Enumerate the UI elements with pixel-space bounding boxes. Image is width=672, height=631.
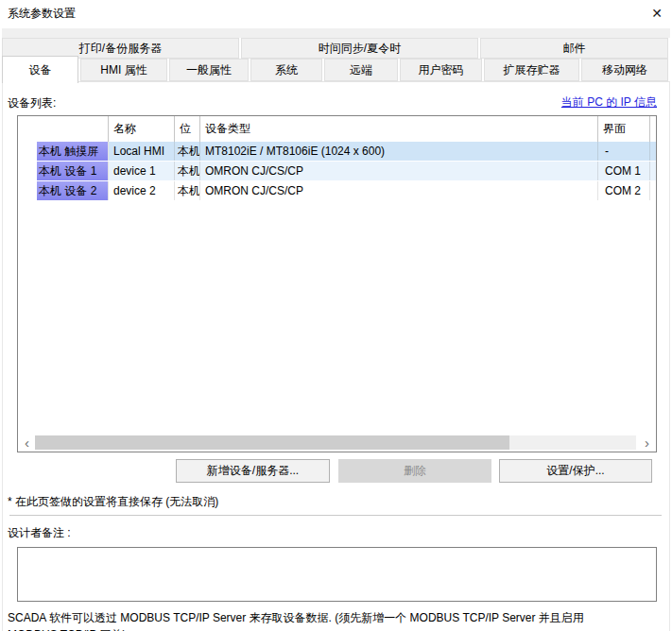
tab-user-password[interactable]: 用户密码	[400, 59, 482, 81]
window-title: 系统参数设置	[8, 7, 76, 21]
column-header-name: 名称	[109, 116, 175, 142]
device-list-label: 设备列表:	[8, 95, 56, 111]
cell-location: 本机	[175, 142, 200, 161]
row-label: 本机 设备 1	[37, 162, 109, 180]
tab-remote[interactable]: 远端	[324, 59, 398, 81]
tab-extended-memory[interactable]: 扩展存贮器	[484, 59, 579, 81]
add-device-server-button[interactable]: 新增设备/服务器...	[176, 459, 330, 483]
tab-hmi-attributes[interactable]: HMI 属性	[80, 59, 167, 81]
scrollbar-thumb[interactable]	[35, 435, 509, 450]
delete-button[interactable]: 删除	[338, 459, 491, 483]
cell-name: device 2	[109, 181, 175, 200]
tabstrip-background	[2, 28, 670, 38]
scrollbar-track[interactable]	[509, 435, 636, 450]
cell-name: Local HMI	[109, 142, 175, 161]
tab-row-1: 打印/备份服务器 时间同步/夏令时 邮件	[2, 38, 670, 59]
cell-location: 本机	[175, 162, 200, 180]
close-icon[interactable]: ✕	[645, 1, 669, 26]
column-header-rowlabel	[18, 116, 109, 142]
tab-email[interactable]: 邮件	[480, 38, 668, 59]
row-header-cell: 本机 设备 1	[18, 162, 109, 180]
scroll-right-icon[interactable]: ›	[639, 435, 655, 451]
cell-interface: COM 1	[598, 162, 650, 180]
row-header-cell: 本机 触摸屏	[18, 142, 109, 161]
table-row-device-1[interactable]: 本机 设备 1 device 1 本机 OMRON CJ/CS/CP COM 1	[18, 162, 656, 180]
current-pc-ip-link[interactable]: 当前 PC 的 IP 信息	[561, 94, 657, 111]
column-header-device-type: 设备类型	[200, 116, 598, 142]
cell-location: 本机	[175, 181, 200, 200]
row-header-cell: 本机 设备 2	[18, 181, 109, 200]
tab-row-2: 设备 HMI 属性 一般属性 系统 远端 用户密码 扩展存贮器 移动网络	[2, 59, 670, 81]
cell-interface: -	[598, 142, 650, 161]
table-row-local-hmi[interactable]: 本机 触摸屏 Local HMI 本机 MT8102iE / MT8106iE …	[18, 142, 656, 161]
row-label: 本机 触摸屏	[37, 142, 109, 161]
table-row-device-2[interactable]: 本机 设备 2 device 2 本机 OMRON CJ/CS/CP COM 2	[18, 181, 656, 200]
cell-name: device 1	[109, 162, 175, 180]
device-list-table: 名称 位置 设备类型 界面 本机 触摸屏 Local HMI 本机 MT8102…	[17, 115, 657, 452]
cell-device-type: MT8102iE / MT8106iE (1024 x 600)	[200, 142, 598, 161]
scada-info-line2: MODBUS TCP/IP 网关)	[8, 626, 669, 631]
tab-cellular-network[interactable]: 移动网络	[581, 59, 668, 81]
cell-filler	[650, 181, 656, 200]
horizontal-scrollbar: ‹ ›	[19, 435, 655, 451]
column-header-interface: 界面	[598, 116, 650, 142]
tab-device[interactable]: 设备	[2, 56, 78, 83]
tab-system[interactable]: 系统	[250, 59, 322, 81]
cell-filler	[650, 142, 656, 161]
designer-note-label: 设计者备注 :	[8, 525, 71, 541]
cell-device-type: OMRON CJ/CS/CP	[200, 162, 598, 180]
column-header-filler	[650, 116, 656, 142]
scada-info-line1: SCADA 软件可以透过 MODBUS TCP/IP Server 来存取设备数…	[8, 609, 669, 626]
scroll-left-icon[interactable]: ‹	[19, 435, 35, 451]
designer-note-input[interactable]	[17, 547, 657, 602]
row-label: 本机 设备 2	[37, 181, 109, 200]
cell-interface: COM 2	[598, 181, 650, 200]
cell-device-type: OMRON CJ/CS/CP	[200, 181, 598, 200]
tab-general-attributes[interactable]: 一般属性	[169, 59, 249, 81]
save-notice-text: * 在此页签做的设置将直接保存 (无法取消)	[8, 494, 218, 510]
tab-time-sync-dst[interactable]: 时间同步/夏令时	[241, 38, 478, 59]
settings-protection-button[interactable]: 设置/保护...	[499, 459, 652, 483]
section-divider	[9, 515, 662, 516]
column-header-location: 位置	[175, 116, 200, 142]
device-table-header: 名称 位置 设备类型 界面	[18, 116, 656, 142]
scada-info-text: SCADA 软件可以透过 MODBUS TCP/IP Server 来存取设备数…	[8, 609, 669, 631]
cell-filler	[650, 162, 656, 180]
